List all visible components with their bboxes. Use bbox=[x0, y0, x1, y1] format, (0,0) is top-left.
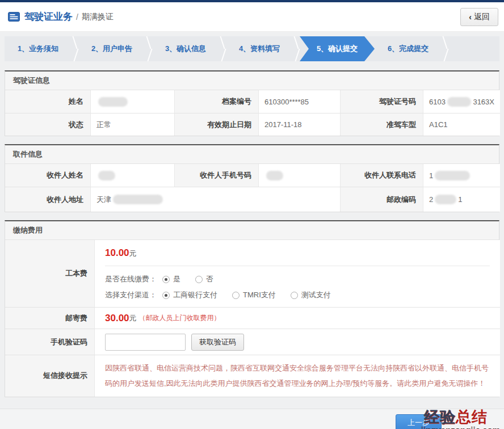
redacted-postcode bbox=[435, 195, 456, 204]
card-fee-unit: 元 bbox=[129, 249, 137, 258]
redacted-name bbox=[98, 97, 128, 107]
chevron-separator-icon bbox=[442, 36, 448, 61]
page: 驾驶证业务 / 期满换证 ‹ 返回 1、业务须知 2、用户申告 3、确认信息 4… bbox=[0, 0, 504, 429]
redacted-recipient-address bbox=[113, 195, 163, 204]
sms-tip-text: 因陕西省联通、电信运营商技术问题，陕西省互联网交通安全综合服务管理平台无法向持陕… bbox=[105, 360, 490, 392]
watermark-url: jingyanzongjie.com bbox=[421, 426, 500, 429]
chevron-separator-icon bbox=[145, 36, 152, 61]
file-no-label: 档案编号 bbox=[174, 90, 258, 113]
name-label: 姓名 bbox=[5, 90, 90, 113]
post-fee-content: 30.00元 （邮政人员上门收取费用） bbox=[94, 308, 500, 329]
get-code-button[interactable]: 获取验证码 bbox=[191, 334, 244, 351]
payment-section: 缴纳费用 工本费 10.00元 是否在线缴费： 是 bbox=[5, 220, 499, 397]
tab-step-4[interactable]: 4、资料填写 bbox=[226, 36, 293, 61]
site-watermark: 经验总结 jingyanzongjie.com bbox=[421, 410, 500, 429]
recipient-address-label: 收件人地址 bbox=[5, 187, 90, 212]
recipient-mobile-value bbox=[258, 164, 340, 187]
postcode-value: 2 1 bbox=[423, 187, 500, 212]
recipient-mobile-label: 收件人手机号码 bbox=[174, 164, 258, 187]
recipient-name-value bbox=[90, 164, 174, 187]
redacted-recipient-phone bbox=[435, 171, 470, 180]
recipient-phone-label: 收件人联系电话 bbox=[340, 164, 423, 187]
steps-filler bbox=[448, 36, 499, 61]
pay-channel-label: 选择支付渠道： bbox=[105, 290, 157, 300]
main-content: 1、业务须知 2、用户申告 3、确认信息 4、资料填写 5、确认提交 6、完成提… bbox=[0, 32, 504, 423]
license-info-row-2: 状态 正常 有效期止日期 2017-11-18 准驾车型 A1C1 bbox=[5, 113, 499, 136]
radio-unselected-icon[interactable] bbox=[195, 276, 203, 283]
card-fee-content: 10.00元 是否在线缴费： 是 否 bbox=[94, 240, 500, 308]
channel-tmri-option[interactable]: TMRI支付 bbox=[232, 290, 276, 300]
online-pay-no-option[interactable]: 否 bbox=[195, 274, 213, 284]
redacted-recipient-mobile bbox=[266, 171, 283, 180]
pay-channel-row: 选择支付渠道： 工商银行支付 TMRI支付 测试支付 bbox=[105, 290, 490, 300]
watermark-title: 经验总结 bbox=[421, 410, 488, 425]
payment-title: 缴纳费用 bbox=[5, 221, 499, 240]
license-info-row-1: 姓名 档案编号 610300****85 驾驶证号码 6103 3163X bbox=[5, 90, 499, 113]
card-fee-amount: 10.00 bbox=[105, 247, 129, 258]
pickup-info-row-1: 收件人姓名 收件人手机号码 收件人联系电话 1 bbox=[5, 164, 499, 187]
tab-step-6[interactable]: 6、完成提交 bbox=[375, 36, 442, 61]
redacted-license-no bbox=[447, 97, 471, 107]
tab-step-2[interactable]: 2、用户申告 bbox=[78, 36, 145, 61]
card-fee-amount-line: 10.00元 bbox=[105, 247, 490, 259]
redacted-recipient-name bbox=[98, 171, 115, 180]
expiry-label: 有效期止日期 bbox=[174, 113, 258, 136]
status-label: 状态 bbox=[5, 113, 90, 136]
page-header: 驾驶证业务 / 期满换证 ‹ 返回 bbox=[0, 2, 504, 32]
status-value: 正常 bbox=[90, 113, 174, 136]
post-fee-unit: 元 bbox=[129, 313, 137, 323]
post-fee-label: 邮寄费 bbox=[5, 308, 94, 329]
sms-code-input[interactable] bbox=[105, 334, 186, 351]
postcode-label: 邮政编码 bbox=[340, 187, 423, 212]
online-pay-row: 是否在线缴费： 是 否 bbox=[105, 274, 490, 284]
back-button[interactable]: ‹ 返回 bbox=[460, 8, 498, 26]
breadcrumb-separator: / bbox=[76, 12, 78, 22]
breadcrumb-current: 期满换证 bbox=[82, 12, 114, 22]
sms-tip-label: 短信接收提示 bbox=[5, 355, 94, 397]
radio-unselected-icon[interactable] bbox=[291, 292, 298, 299]
tab-step-5-active[interactable]: 5、确认提交 bbox=[300, 36, 375, 61]
pickup-info-title: 取件信息 bbox=[5, 145, 499, 164]
channel-test-option[interactable]: 测试支付 bbox=[291, 290, 331, 300]
post-fee-note: （邮政人员上门收取费用） bbox=[139, 313, 221, 323]
step-wizard: 1、业务须知 2、用户申告 3、确认信息 4、资料填写 5、确认提交 6、完成提… bbox=[5, 36, 499, 61]
channel-icbc-option[interactable]: 工商银行支付 bbox=[162, 290, 217, 300]
tab-step-1[interactable]: 1、业务须知 bbox=[5, 36, 72, 61]
recipient-name-label: 收件人姓名 bbox=[5, 164, 90, 187]
radio-selected-icon[interactable] bbox=[162, 276, 170, 283]
card-fee-label: 工本费 bbox=[5, 240, 94, 308]
payment-table: 工本费 10.00元 是否在线缴费： 是 否 bbox=[5, 240, 499, 397]
pickup-info-row-2: 收件人地址 天津 邮政编码 2 1 bbox=[5, 187, 499, 212]
sms-tip-content: 因陕西省联通、电信运营商技术问题，陕西省互联网交通安全综合服务管理平台无法向持陕… bbox=[94, 355, 500, 397]
expiry-value: 2017-11-18 bbox=[258, 113, 340, 136]
chevron-separator-icon bbox=[293, 36, 300, 61]
sms-code-label: 手机验证码 bbox=[5, 329, 94, 355]
footer-bar: 上一步 经验总结 jingyanzongjie.com bbox=[0, 409, 504, 429]
page-title: 驾驶证业务 bbox=[24, 10, 73, 23]
vehicle-type-label: 准驾车型 bbox=[340, 113, 423, 136]
license-no-label: 驾驶证号码 bbox=[340, 90, 423, 113]
recipient-address-value: 天津 bbox=[90, 187, 340, 212]
radio-unselected-icon[interactable] bbox=[232, 292, 240, 299]
pickup-info-section: 取件信息 收件人姓名 收件人手机号码 收件人联系电话 1 收件人地址 天津 邮政… bbox=[5, 144, 499, 212]
back-button-label: 返回 bbox=[474, 12, 490, 22]
recipient-phone-value: 1 bbox=[423, 164, 500, 187]
tab-step-3[interactable]: 3、确认信息 bbox=[152, 36, 219, 61]
license-info-title: 驾驶证信息 bbox=[5, 72, 499, 90]
vehicle-type-value: A1C1 bbox=[423, 113, 500, 136]
chevron-separator-icon bbox=[72, 36, 78, 61]
license-business-icon bbox=[8, 12, 20, 22]
license-no-value: 6103 3163X bbox=[423, 90, 500, 113]
license-info-section: 驾驶证信息 姓名 档案编号 610300****85 驾驶证号码 6103 31… bbox=[5, 70, 499, 136]
chevron-separator-icon bbox=[219, 36, 226, 61]
online-pay-label: 是否在线缴费： bbox=[105, 274, 157, 284]
post-fee-amount: 30.00 bbox=[105, 313, 129, 324]
back-arrow-icon: ‹ bbox=[469, 12, 472, 22]
radio-selected-icon[interactable] bbox=[162, 292, 170, 299]
online-pay-yes-option[interactable]: 是 bbox=[162, 274, 180, 284]
file-no-value: 610300****85 bbox=[258, 90, 340, 113]
divider bbox=[105, 266, 490, 266]
sms-code-content: 获取验证码 bbox=[94, 329, 500, 355]
name-value bbox=[90, 90, 174, 113]
